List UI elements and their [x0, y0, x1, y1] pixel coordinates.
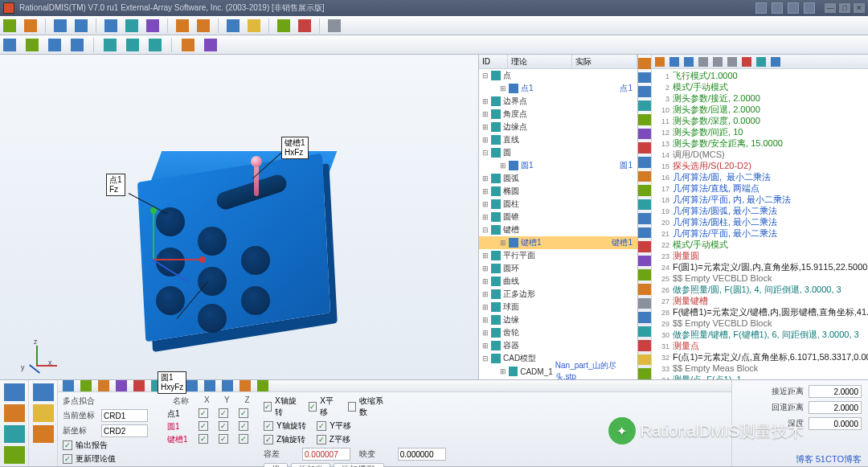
side-icon-16[interactable]	[638, 269, 651, 281]
side-icon-14[interactable]	[638, 241, 651, 252]
side-icon-7[interactable]	[638, 142, 651, 154]
zoom-icon[interactable]	[204, 39, 217, 51]
model-icon[interactable]	[146, 19, 159, 32]
mb-icon-11[interactable]	[257, 380, 268, 391]
step-input[interactable]	[398, 448, 446, 461]
side-icon-18[interactable]	[638, 298, 651, 309]
tree-body[interactable]: 点点1点1边界点角度点边缘点直线圆圆1圆1圆弧椭圆圆柱圆锥键槽键槽1键槽1平行平…	[479, 69, 637, 379]
side-icon-5[interactable]	[638, 114, 651, 125]
coord-icon[interactable]	[75, 19, 88, 32]
side-icon-12[interactable]	[638, 213, 651, 224]
bl-icon-3[interactable]	[4, 425, 25, 443]
new-icon[interactable]	[3, 19, 16, 32]
feature-tree[interactable]: ID 理论 实际 点点1点1边界点角度点边缘点直线圆圆1圆1圆弧椭圆圆柱圆锥键槽…	[479, 55, 638, 379]
mb-icon-3[interactable]	[98, 380, 109, 391]
ck-outrpt[interactable]	[63, 440, 72, 450]
approach-input[interactable]	[809, 385, 862, 398]
flag-icon[interactable]	[176, 19, 189, 32]
bl2-icon-1[interactable]	[33, 383, 54, 401]
label-circle[interactable]: 圆1HxyFz	[158, 371, 186, 394]
tree-row[interactable]: 圆	[479, 146, 637, 159]
tree-row[interactable]: 曲线	[479, 275, 637, 288]
mb-icon-8[interactable]	[204, 380, 215, 391]
newcs-input[interactable]	[101, 424, 148, 437]
tree-row[interactable]: 圆弧	[479, 172, 637, 185]
side-icon-6[interactable]	[638, 129, 651, 140]
side-icon-21[interactable]	[638, 340, 651, 351]
fwd-icon[interactable]	[71, 39, 84, 51]
tree-row[interactable]: 键槽1键槽1	[479, 236, 637, 249]
mb-icon-5[interactable]	[133, 380, 145, 391]
mb-icon-7[interactable]	[186, 380, 198, 391]
side-icon-19[interactable]	[638, 312, 651, 323]
close-button[interactable]: ✕	[854, 3, 865, 13]
mb-icon-9[interactable]	[222, 380, 233, 391]
tree-row[interactable]: 键槽	[479, 223, 637, 236]
bl2-icon-3[interactable]	[33, 425, 54, 443]
tree-row[interactable]: 圆环	[479, 262, 637, 275]
viewport-3d[interactable]: 键槽1HxFz 点1Fz 圆1HxyFz z x y	[0, 55, 479, 379]
quick-icon-4[interactable]	[804, 2, 815, 14]
bl-icon-4[interactable]	[4, 446, 25, 464]
side-icon-13[interactable]	[638, 227, 651, 239]
gear-icon[interactable]	[328, 19, 341, 32]
ct-cut-icon[interactable]	[698, 57, 708, 67]
tree-row[interactable]: 正多边形	[479, 288, 637, 301]
depth-input[interactable]	[809, 417, 862, 430]
side-icon-8[interactable]	[638, 157, 651, 168]
addcs-button[interactable]: 添加坐标系	[291, 463, 330, 467]
quick-icon-3[interactable]	[788, 2, 799, 14]
tree-row[interactable]: 直线	[479, 133, 637, 146]
mb-icon-2[interactable]	[80, 380, 92, 391]
side-icon-23[interactable]	[638, 368, 651, 379]
home-icon[interactable]	[3, 39, 16, 51]
ct-copy-icon[interactable]	[713, 57, 723, 67]
side-icon-11[interactable]	[638, 199, 651, 211]
curcs-input[interactable]	[101, 409, 148, 422]
tree-row[interactable]: 边界点	[479, 95, 637, 108]
tree-row[interactable]: 角度点	[479, 108, 637, 121]
quick-icon-2[interactable]	[772, 2, 783, 14]
axis-icon[interactable]	[104, 19, 117, 32]
tree-row[interactable]: CADM_1Nan_part_山的尽头.stp	[479, 365, 637, 378]
ct-save2-icon[interactable]	[684, 57, 694, 67]
label-slot[interactable]: 键槽1HxFz	[281, 137, 309, 159]
view2-icon[interactable]	[126, 39, 139, 51]
back-icon[interactable]	[48, 39, 61, 51]
play-icon[interactable]	[277, 19, 290, 32]
side-icon-10[interactable]	[638, 185, 651, 196]
tree-row[interactable]: 边缘	[479, 313, 637, 326]
tree-row[interactable]: 圆柱	[479, 198, 637, 211]
ct-save-icon[interactable]	[669, 57, 679, 67]
stop-icon[interactable]	[298, 19, 311, 32]
bl-icon-2[interactable]	[4, 404, 25, 422]
view3-icon[interactable]	[149, 39, 162, 51]
retract-input[interactable]	[809, 401, 862, 414]
fit-button[interactable]: 拟合	[264, 463, 288, 467]
tree-row[interactable]: 齿轮	[479, 326, 637, 339]
tree-row[interactable]: 点1点1	[479, 82, 637, 95]
side-icon-1[interactable]	[638, 58, 651, 69]
ct-open-icon[interactable]	[655, 57, 665, 67]
quick-icon-1[interactable]	[755, 2, 767, 14]
plane-icon[interactable]	[125, 19, 138, 32]
tree-row[interactable]: 平行平面	[479, 249, 637, 262]
bl2-icon-2[interactable]	[33, 404, 54, 422]
side-icon-17[interactable]	[638, 284, 651, 295]
bl-icon-1[interactable]	[4, 383, 25, 401]
tree-row[interactable]: 边缘点	[479, 121, 637, 133]
side-icon-20[interactable]	[638, 326, 651, 338]
tree-row[interactable]: 圆1圆1	[479, 159, 637, 172]
folder-icon[interactable]	[248, 19, 260, 32]
ct-paste-icon[interactable]	[727, 57, 737, 67]
tree-row[interactable]: 圆锥	[479, 211, 637, 223]
minimize-button[interactable]: —	[825, 3, 836, 13]
code-body[interactable]: 1飞行模式/1.00002模式/手动模式3测头参数/接近, 2.000010测头…	[652, 69, 868, 379]
tree-row[interactable]: 容器	[479, 339, 637, 352]
feature-icon[interactable]	[54, 19, 67, 32]
side-icon-15[interactable]	[638, 256, 651, 267]
maximize-button[interactable]: □	[839, 3, 850, 13]
refresh-icon[interactable]	[26, 39, 39, 51]
mb-icon-10[interactable]	[240, 380, 251, 391]
ct-find-icon[interactable]	[756, 57, 766, 67]
